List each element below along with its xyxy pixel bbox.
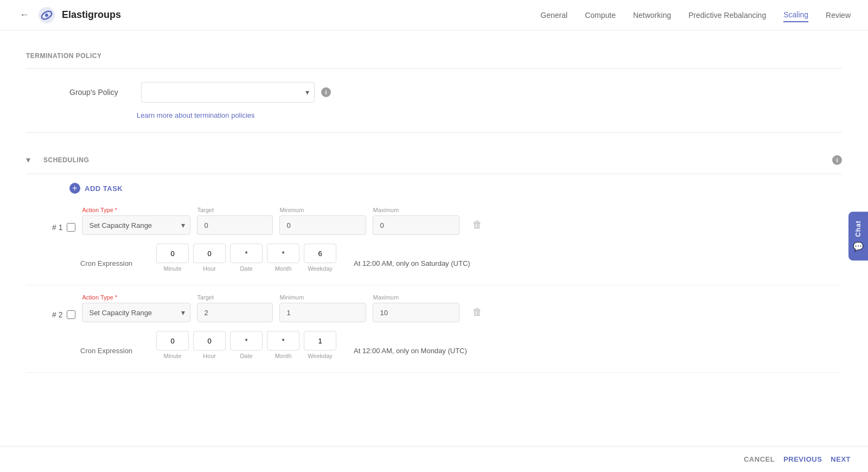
task-1-minimum-group: Minimum (279, 207, 366, 235)
task-2-action-type-select[interactable]: Set Capacity Range (82, 303, 190, 322)
termination-policy-title: TERMINATION POLICY (26, 43, 842, 69)
task-1-block: # 1 Action Type * Set Capacity Range ▾ (26, 198, 842, 285)
learn-more: Learn more about termination policies (26, 107, 842, 132)
task-2-cron-row: Cron Expression Minute Hour Date (26, 331, 842, 359)
task-2-minimum-group: Minimum (279, 294, 366, 322)
task-2-cron-hour-label: Hour (203, 353, 216, 359)
nav-general[interactable]: General (540, 9, 567, 22)
task-1-row: # 1 Action Type * Set Capacity Range ▾ (26, 207, 842, 235)
task-1-cron-fields: Minute Hour Date Month (156, 244, 470, 272)
task-2-checkbox[interactable] (67, 310, 75, 319)
policy-row: Group's Policy ▾ i (26, 69, 842, 107)
task-2-minimum-input[interactable] (279, 303, 366, 322)
add-task-label: ADD TASK (85, 184, 123, 193)
task-2-cron-weekday-group: Weekday (304, 331, 336, 359)
task-1-maximum-input[interactable] (373, 215, 459, 235)
add-task-button[interactable]: + ADD TASK (26, 174, 123, 198)
task-1-cron-minute-label: Minute (163, 265, 181, 272)
group-policy-label: Group's Policy (69, 88, 135, 97)
task-1-cron-date[interactable] (230, 244, 263, 263)
nav-networking[interactable]: Networking (633, 9, 671, 22)
policy-select-wrap: ▾ (141, 82, 315, 103)
nav-bar: General Compute Networking Predictive Re… (540, 8, 851, 22)
task-1-number: # 1 (52, 223, 75, 235)
nav-predictive-rebalancing[interactable]: Predictive Rebalancing (688, 9, 766, 22)
group-policy-select[interactable] (141, 82, 315, 103)
chat-label: Chat (854, 220, 862, 237)
task-2-cron-date[interactable] (230, 331, 263, 350)
task-1-action-type-wrap: Set Capacity Range ▾ (82, 215, 190, 235)
task-2-minimum-label: Minimum (279, 294, 366, 301)
task-1-cron-minute[interactable] (156, 244, 189, 263)
task-2-cron-month[interactable] (267, 331, 299, 350)
task-1-target-label: Target (197, 207, 273, 213)
back-button[interactable]: ← (17, 7, 31, 23)
task-2-number: # 2 (52, 310, 75, 322)
task-2-cron-fields: Minute Hour Date Month (156, 331, 467, 359)
scheduling-section: ▾ SCHEDULING i + ADD TASK # 1 Action Typ… (26, 146, 842, 373)
task-1-cron-hour-label: Hour (203, 265, 216, 272)
logo-icon (38, 7, 55, 24)
learn-more-link[interactable]: Learn more about termination policies (137, 111, 255, 119)
scheduling-toggle[interactable]: ▾ (26, 155, 30, 165)
task-1-maximum-label: Maximum (373, 207, 459, 213)
task-2-delete-button[interactable]: 🗑 (470, 304, 484, 322)
task-1-cron-weekday-label: Weekday (308, 265, 333, 272)
header: ← Elastigroups General Compute Networkin… (0, 0, 868, 30)
app-title: Elastigroups (62, 9, 121, 21)
task-2-cron-hour-group: Hour (193, 331, 226, 359)
task-1-checkbox[interactable] (67, 223, 75, 232)
task-2-maximum-input[interactable] (373, 303, 459, 322)
task-2-target-input[interactable] (197, 303, 273, 322)
nav-compute[interactable]: Compute (585, 9, 616, 22)
scheduling-header-left: ▾ SCHEDULING (26, 155, 89, 165)
task-1-cron-date-group: Date (230, 244, 263, 272)
task-1-cron-hour[interactable] (193, 244, 226, 263)
task-2-cron-hour[interactable] (193, 331, 226, 350)
chat-bubble-icon: 💬 (853, 241, 864, 252)
task-2-target-label: Target (197, 294, 273, 301)
scheduling-title: SCHEDULING (43, 156, 89, 164)
task-1-minimum-input[interactable] (279, 215, 366, 235)
task-2-action-type-label: Action Type * (82, 294, 190, 301)
nav-review[interactable]: Review (826, 9, 851, 22)
task-2-cron-minute[interactable] (156, 331, 189, 350)
task-1-cron-hour-group: Hour (193, 244, 226, 272)
scheduling-header: ▾ SCHEDULING i (26, 146, 842, 174)
task-1-cron-month[interactable] (267, 244, 299, 263)
task-1-cron-description: At 12:00 AM, only on Saturday (UTC) (341, 259, 470, 272)
task-2-cron-month-group: Month (267, 331, 299, 359)
task-1-cron-row: Cron Expression Minute Hour Date (26, 244, 842, 272)
task-2-row: # 2 Action Type * Set Capacity Range ▾ (26, 294, 842, 322)
task-1-maximum-group: Maximum (373, 207, 459, 235)
task-1-delete-button[interactable]: 🗑 (470, 217, 484, 235)
task-2-block: # 2 Action Type * Set Capacity Range ▾ (26, 285, 842, 373)
task-2-cron-date-group: Date (230, 331, 263, 359)
task-1-action-type-select[interactable]: Set Capacity Range (82, 215, 190, 235)
main-content: TERMINATION POLICY Group's Policy ▾ i Le… (0, 30, 868, 386)
task-2-cron-month-label: Month (275, 353, 292, 359)
task-1-cron-month-label: Month (275, 265, 292, 272)
task-1-cron-minute-group: Minute (156, 244, 189, 272)
task-2-cron-minute-group: Minute (156, 331, 189, 359)
task-1-cron-weekday[interactable] (304, 244, 336, 263)
task-2-cron-weekday[interactable] (304, 331, 336, 350)
task-2-action-type-wrap: Set Capacity Range ▾ (82, 303, 190, 322)
task-2-maximum-group: Maximum (373, 294, 459, 322)
task-2-cron-weekday-label: Weekday (308, 353, 333, 359)
task-2-cron-label: Cron Expression (80, 347, 156, 359)
task-2-target-group: Target (197, 294, 273, 322)
task-1-target-input[interactable] (197, 215, 273, 235)
task-1-cron-label: Cron Expression (80, 259, 156, 272)
termination-policy-section: TERMINATION POLICY Group's Policy ▾ i Le… (26, 43, 842, 133)
task-2-cron-minute-label: Minute (163, 353, 181, 359)
task-2-maximum-label: Maximum (373, 294, 459, 301)
policy-info-icon[interactable]: i (321, 87, 331, 97)
nav-scaling[interactable]: Scaling (783, 8, 808, 22)
task-1-cron-weekday-group: Weekday (304, 244, 336, 272)
header-left: ← Elastigroups (17, 7, 540, 24)
task-2-cron-date-label: Date (240, 353, 252, 359)
chat-widget[interactable]: Chat 💬 (848, 212, 868, 260)
task-1-target-group: Target (197, 207, 273, 235)
scheduling-info-icon[interactable]: i (832, 155, 842, 165)
